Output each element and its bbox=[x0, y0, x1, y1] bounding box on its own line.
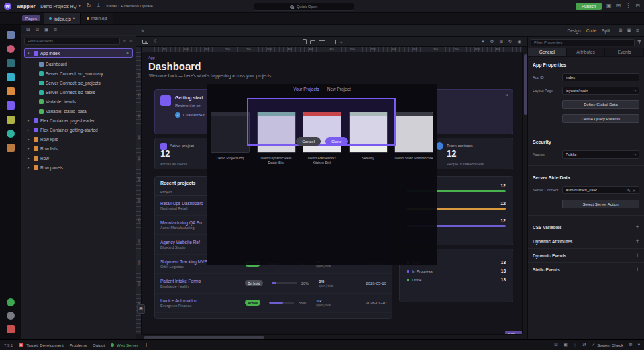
dark-mode-icon[interactable]: ☾ bbox=[154, 39, 158, 44]
menu-icon[interactable]: ≡ bbox=[54, 28, 57, 32]
panel-icon[interactable] bbox=[7, 144, 15, 152]
preview-eye-icon[interactable]: ◉ bbox=[517, 40, 521, 44]
chevron-right-icon[interactable]: ▸ bbox=[28, 118, 32, 122]
chevron-right-icon[interactable]: ▸ bbox=[28, 137, 32, 141]
tree-item[interactable]: Dashboard bbox=[21, 59, 136, 69]
chevron-right-icon[interactable]: ▸ bbox=[28, 165, 32, 169]
app-id-input[interactable] bbox=[566, 75, 636, 79]
panel-icon[interactable] bbox=[7, 31, 15, 39]
inspect-icon[interactable]: ▣ bbox=[627, 28, 631, 33]
tab-main-ejs[interactable]: main.ejs bbox=[81, 13, 113, 24]
select-server-action-button[interactable]: Select Server Action bbox=[562, 200, 639, 208]
canvas-horizontal-scrollbar[interactable] bbox=[142, 334, 522, 339]
table-row[interactable]: Invoice Automation Evergreen Finance Act… bbox=[155, 294, 392, 313]
view-split[interactable]: Split bbox=[602, 28, 610, 33]
panel-icon[interactable] bbox=[7, 59, 15, 67]
collapsible-section[interactable]: Static Events + bbox=[528, 262, 644, 276]
collapsible-section[interactable]: CSS Variables + bbox=[528, 220, 644, 234]
chevron-right-icon[interactable]: ▸ bbox=[28, 146, 32, 150]
define-global-data-button[interactable]: Define Global Data bbox=[562, 100, 639, 109]
grid-toggle-icon[interactable]: ⊞ bbox=[619, 28, 622, 33]
settings-gear-icon[interactable]: ⚙ bbox=[490, 40, 494, 44]
kebab-menu-icon[interactable]: ⋮ bbox=[625, 3, 631, 9]
system-check[interactable]: ✓ System Check bbox=[592, 343, 623, 347]
grid-overlay-icon[interactable]: ⊞ bbox=[499, 40, 502, 44]
tree-item[interactable]: ▸ Row lists bbox=[21, 144, 136, 153]
custom-size-icon[interactable]: + bbox=[339, 40, 343, 45]
target-selector[interactable]: Target: Development bbox=[19, 343, 63, 347]
chevron-down-icon[interactable]: ▾ bbox=[638, 343, 640, 347]
find-elements-input[interactable] bbox=[24, 38, 120, 45]
tab-your-projects[interactable]: Your Projects bbox=[293, 87, 319, 91]
tree-options-icon[interactable]: ≡ bbox=[129, 39, 133, 44]
extension-update-link[interactable]: Install 1 Extension Update bbox=[106, 4, 153, 8]
refresh-icon[interactable]: ↻ bbox=[87, 3, 91, 9]
panel-icon[interactable] bbox=[7, 298, 15, 306]
tab-general[interactable]: General bbox=[528, 48, 567, 56]
close-icon[interactable]: × bbox=[505, 92, 508, 98]
panel-icon[interactable] bbox=[7, 45, 15, 53]
device-phone-icon[interactable] bbox=[297, 40, 299, 44]
chevron-down-icon[interactable]: ▾ bbox=[73, 17, 75, 21]
table-row[interactable]: Patient Intake Forms Brightside Health O… bbox=[155, 274, 392, 294]
expand-plus-icon[interactable]: + bbox=[635, 238, 639, 244]
canvas-vertical-scrollbar[interactable] bbox=[522, 52, 527, 334]
tree-item[interactable]: ▸ Flex Container page-header bbox=[21, 116, 136, 125]
split-layout-icon[interactable]: ⊞ bbox=[616, 3, 621, 9]
tree-item[interactable]: ▸ Row kpis bbox=[21, 134, 136, 144]
tree-item[interactable]: Server Connect: sc_summary bbox=[21, 69, 136, 78]
cancel-button[interactable]: Cancel bbox=[296, 137, 321, 146]
screenshot-icon[interactable] bbox=[142, 40, 148, 44]
tree-item[interactable]: Variable: trends bbox=[21, 97, 136, 106]
project-switcher[interactable]: Demo Projects HQ ▾ bbox=[40, 4, 80, 9]
tree-item[interactable]: Server Connect: sc_tasks bbox=[21, 87, 136, 97]
customize-link[interactable]: Customize t bbox=[183, 113, 205, 117]
define-query-params-button[interactable]: Define Query Params bbox=[562, 114, 639, 123]
view-design[interactable]: Design bbox=[568, 28, 581, 33]
problems-button[interactable]: Problems bbox=[70, 343, 87, 347]
collapsible-section[interactable]: Dynamic Events + bbox=[528, 248, 644, 262]
output-button[interactable]: Output bbox=[93, 343, 105, 347]
tab-new-project[interactable]: New Project bbox=[327, 87, 351, 91]
pages-badge[interactable]: Pages bbox=[22, 15, 40, 21]
device-tablet-portrait-icon[interactable] bbox=[303, 39, 307, 44]
panel-icon[interactable] bbox=[7, 73, 15, 81]
web-server-status[interactable]: Web Server bbox=[111, 343, 138, 347]
panel-icon[interactable] bbox=[7, 312, 15, 320]
panel-icon[interactable] bbox=[7, 87, 15, 95]
panel-right-icon[interactable]: ▣ bbox=[564, 343, 568, 347]
tree-item[interactable]: Server Connect: sc_projects bbox=[21, 78, 136, 87]
tree-item[interactable]: ▸ Row panels bbox=[21, 163, 136, 172]
outline-icon[interactable]: ▣ bbox=[44, 28, 48, 32]
expand-plus-icon[interactable]: + bbox=[635, 253, 639, 258]
tab-index-ejs[interactable]: index.ejs ▾ bbox=[44, 13, 81, 24]
collapse-panel-icon[interactable]: « bbox=[141, 28, 144, 34]
view-code[interactable]: Code bbox=[586, 28, 597, 33]
dock-grid-button[interactable]: ⊞ bbox=[137, 304, 145, 314]
access-select[interactable]: Public ▾ bbox=[562, 150, 639, 159]
design-canvas[interactable]: App Dashboard Welcome back — here's what… bbox=[142, 52, 522, 334]
chevron-right-icon[interactable]: ▸ bbox=[28, 128, 32, 132]
panel-bottom-icon[interactable]: ⊟ bbox=[554, 343, 557, 347]
grid-view-icon[interactable]: ⊞ bbox=[26, 28, 30, 32]
scrollbar-thumb[interactable] bbox=[144, 336, 264, 339]
tab-events[interactable]: Events bbox=[605, 48, 644, 56]
scrollbar-thumb[interactable] bbox=[524, 54, 527, 115]
expand-plus-icon[interactable]: + bbox=[635, 224, 639, 230]
clone-button[interactable]: Clone bbox=[325, 137, 348, 146]
panel-layout-icon[interactable]: ▣ bbox=[606, 3, 612, 9]
chevron-down-icon[interactable]: ▾ bbox=[28, 51, 32, 55]
tree-item[interactable]: ▸ Row bbox=[21, 153, 136, 163]
server-connect-field[interactable]: auth/current_user ✎ × bbox=[562, 186, 639, 194]
collapsible-section[interactable]: Dynamic Attributes + bbox=[528, 234, 644, 248]
expand-plus-icon[interactable]: + bbox=[635, 267, 639, 272]
magic-actions-icon[interactable]: ✦ bbox=[481, 40, 484, 44]
device-laptop-icon[interactable] bbox=[319, 40, 325, 44]
download-icon[interactable]: ↓ bbox=[97, 3, 101, 9]
kebab-menu-icon[interactable]: ⋮ bbox=[573, 343, 578, 347]
panel-icon[interactable] bbox=[7, 101, 15, 110]
chevron-right-icon[interactable]: ▸ bbox=[28, 156, 32, 160]
layout-page-select[interactable]: layouts/main ▾ bbox=[562, 87, 639, 95]
device-desktop-icon[interactable] bbox=[329, 40, 336, 44]
refresh-view-icon[interactable]: ↻ bbox=[508, 40, 512, 44]
